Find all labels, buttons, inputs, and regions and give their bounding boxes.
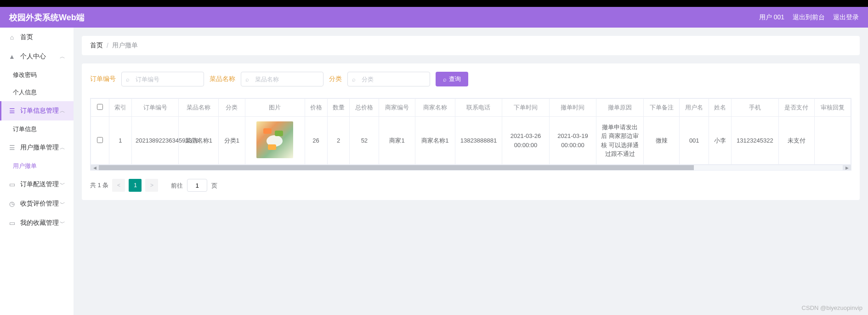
nav-personal-center[interactable]: ▲ 个人中心 ︿ bbox=[0, 47, 74, 66]
cell-review-reply bbox=[815, 117, 851, 165]
select-all-checkbox[interactable] bbox=[97, 104, 103, 110]
logout-to-front-link[interactable]: 退出到前台 bbox=[793, 13, 825, 22]
nav-user-cancel-mgmt[interactable]: ☰ 用户撤单管理 ︿ bbox=[0, 138, 74, 157]
header-actions: 用户 001 退出到前台 退出登录 bbox=[759, 13, 859, 22]
nav-home[interactable]: ⌂ 首页 bbox=[0, 28, 74, 47]
chevron-down-icon: ﹀ bbox=[60, 181, 65, 189]
col-category: 分类 bbox=[219, 99, 245, 117]
cell-dish-name: 菜品名称1 bbox=[179, 117, 219, 165]
dish-image[interactable] bbox=[256, 121, 293, 158]
nav-order-info[interactable]: 订单信息 bbox=[0, 120, 74, 138]
scroll-track[interactable] bbox=[99, 165, 843, 170]
nav-review-mgmt[interactable]: ◷ 收货评价管理 ﹀ bbox=[0, 194, 74, 213]
cell-phone: 13823888881 bbox=[455, 117, 502, 165]
search-category-label: 分类 bbox=[329, 75, 342, 83]
monitor-icon: ▭ bbox=[8, 219, 16, 227]
pagination-next-button[interactable]: > bbox=[145, 179, 158, 192]
col-remark: 下单备注 bbox=[643, 99, 680, 117]
search-dish-name-input[interactable] bbox=[241, 72, 323, 86]
chat-icon: ▭ bbox=[8, 181, 16, 188]
col-review-reply: 审核回复 bbox=[815, 99, 851, 117]
top-black-bar bbox=[0, 0, 868, 7]
nav-delivery-mgmt-label: 订单配送管理 bbox=[20, 180, 59, 189]
query-button[interactable]: ⌕ 查询 bbox=[436, 72, 468, 86]
chevron-down-icon: ﹀ bbox=[60, 219, 65, 227]
chevron-up-icon: ︿ bbox=[60, 144, 65, 152]
nav-change-password[interactable]: 修改密码 bbox=[0, 66, 74, 84]
clock-icon: ◷ bbox=[8, 200, 16, 207]
nav-personal-center-label: 个人中心 bbox=[20, 52, 46, 61]
search-icon: ⌕ bbox=[443, 76, 447, 83]
cell-mobile: 13123245322 bbox=[732, 117, 779, 165]
nav-review-mgmt-label: 收货评价管理 bbox=[20, 200, 59, 208]
cell-merchant-name: 商家名称1 bbox=[415, 117, 455, 165]
col-mobile: 手机 bbox=[732, 99, 779, 117]
main-content: 首页 / 用户撤单 订单编号 ⌕ 菜品名称 ⌕ 分类 ⌕ bbox=[74, 28, 868, 315]
col-index: 索引 bbox=[109, 99, 132, 117]
nav-user-cancel-mgmt-label: 用户撤单管理 bbox=[20, 143, 59, 152]
list-icon: ☰ bbox=[8, 107, 16, 115]
col-total: 总价格 bbox=[350, 99, 379, 117]
current-user[interactable]: 用户 001 bbox=[759, 13, 784, 22]
horizontal-scrollbar[interactable]: ◀ ▶ bbox=[90, 165, 851, 171]
app-header: 校园外卖系统Web端 用户 001 退出到前台 退出登录 bbox=[0, 7, 868, 28]
nav-favorites-mgmt[interactable]: ▭ 我的收藏管理 ﹀ bbox=[0, 213, 74, 233]
cell-name: 小李 bbox=[709, 117, 732, 165]
breadcrumb-current: 用户撤单 bbox=[112, 41, 138, 50]
cell-total: 52 bbox=[350, 117, 379, 165]
search-icon: ⌕ bbox=[352, 76, 356, 83]
col-username: 用户名 bbox=[680, 99, 709, 117]
cell-index: 1 bbox=[109, 117, 132, 165]
breadcrumb-home[interactable]: 首页 bbox=[90, 41, 103, 50]
cell-cancel-time: 2021-03-19 00:00:00 bbox=[549, 117, 596, 165]
search-order-no-input[interactable] bbox=[121, 72, 204, 86]
nav-personal-info[interactable]: 个人信息 bbox=[0, 84, 74, 101]
cell-cancel-reason: 撤单申请发出后 商家那边审核 可以选择通过跟不通过 bbox=[596, 117, 644, 165]
app-title: 校园外卖系统Web端 bbox=[9, 12, 85, 23]
table-container: 索引 订单编号 菜品名称 分类 图片 价格 数量 总价格 商家编号 商家名称 联… bbox=[90, 98, 851, 165]
pagination-prev-button[interactable]: < bbox=[112, 179, 125, 192]
nav-home-label: 首页 bbox=[20, 33, 33, 41]
col-order-no: 订单编号 bbox=[131, 99, 179, 117]
search-bar: 订单编号 ⌕ 菜品名称 ⌕ 分类 ⌕ ⌕ 查询 bbox=[90, 72, 851, 86]
cell-order-time: 2021-03-26 00:00:00 bbox=[502, 117, 550, 165]
cell-qty: 2 bbox=[327, 117, 350, 165]
user-icon: ▲ bbox=[8, 53, 16, 60]
cell-remark: 微辣 bbox=[643, 117, 680, 165]
search-order-no-label: 订单编号 bbox=[90, 75, 116, 83]
col-merchant-no: 商家编号 bbox=[379, 99, 415, 117]
data-table: 索引 订单编号 菜品名称 分类 图片 价格 数量 总价格 商家编号 商家名称 联… bbox=[91, 98, 851, 165]
scroll-right-arrow[interactable]: ▶ bbox=[843, 165, 851, 170]
scroll-thumb[interactable] bbox=[99, 165, 694, 170]
logout-link[interactable]: 退出登录 bbox=[833, 13, 859, 22]
col-image: 图片 bbox=[245, 99, 305, 117]
col-phone: 联系电话 bbox=[455, 99, 502, 117]
nav-order-info-mgmt[interactable]: ☰ 订单信息管理 ︿ bbox=[0, 101, 74, 120]
cell-image bbox=[245, 117, 305, 165]
chevron-up-icon: ︿ bbox=[60, 107, 65, 115]
nav-user-cancel[interactable]: 用户撤单 bbox=[0, 157, 74, 175]
search-icon: ⌕ bbox=[245, 76, 249, 83]
cell-paid: 未支付 bbox=[778, 117, 815, 165]
breadcrumb-separator: / bbox=[107, 42, 108, 49]
col-order-time: 下单时间 bbox=[502, 99, 550, 117]
pagination-page-1[interactable]: 1 bbox=[129, 179, 142, 192]
chevron-down-icon: ﹀ bbox=[60, 200, 65, 208]
scroll-left-arrow[interactable]: ◀ bbox=[91, 165, 99, 170]
col-qty: 数量 bbox=[327, 99, 350, 117]
col-checkbox bbox=[91, 99, 109, 117]
col-merchant-name: 商家名称 bbox=[415, 99, 455, 117]
nav-order-info-mgmt-label: 订单信息管理 bbox=[20, 107, 59, 115]
row-checkbox[interactable] bbox=[97, 137, 103, 143]
nav-favorites-mgmt-label: 我的收藏管理 bbox=[20, 219, 59, 227]
col-dish-name: 菜品名称 bbox=[179, 99, 219, 117]
pagination-jump: 前往 页 bbox=[171, 179, 217, 192]
col-price: 价格 bbox=[305, 99, 327, 117]
content-panel: 订单编号 ⌕ 菜品名称 ⌕ 分类 ⌕ ⌕ 查询 bbox=[82, 63, 860, 200]
pagination-jump-input[interactable] bbox=[187, 179, 207, 192]
cell-merchant-no: 商家1 bbox=[379, 117, 415, 165]
search-dish-name-wrapper: ⌕ bbox=[241, 72, 323, 86]
table-header-row: 索引 订单编号 菜品名称 分类 图片 价格 数量 总价格 商家编号 商家名称 联… bbox=[91, 99, 851, 117]
nav-delivery-mgmt[interactable]: ▭ 订单配送管理 ﹀ bbox=[0, 175, 74, 194]
search-category-input[interactable] bbox=[347, 72, 430, 86]
